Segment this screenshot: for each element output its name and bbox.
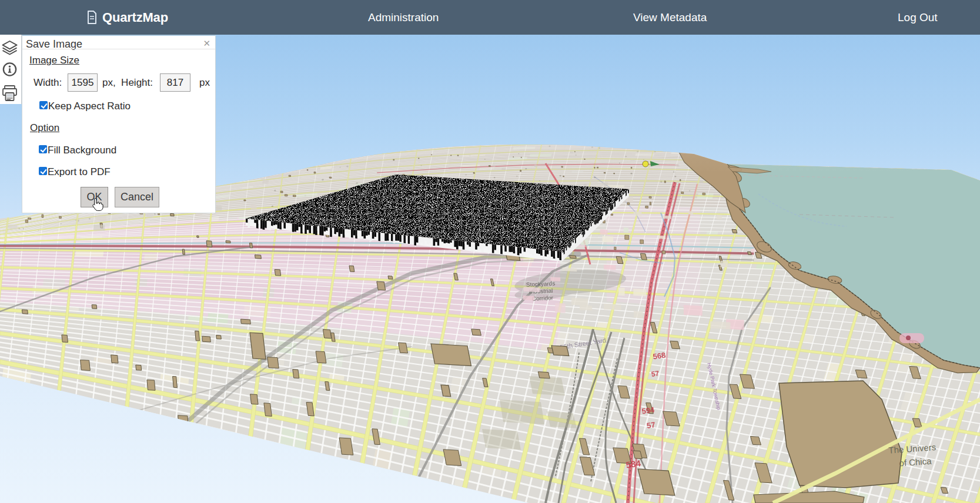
svg-text:57: 57 <box>651 369 660 378</box>
svg-text:594: 594 <box>641 405 655 416</box>
svg-text:568: 568 <box>653 351 667 361</box>
svg-text:584: 584 <box>626 458 642 470</box>
svg-text:Corridor: Corridor <box>532 294 554 302</box>
svg-text:57: 57 <box>646 420 655 430</box>
